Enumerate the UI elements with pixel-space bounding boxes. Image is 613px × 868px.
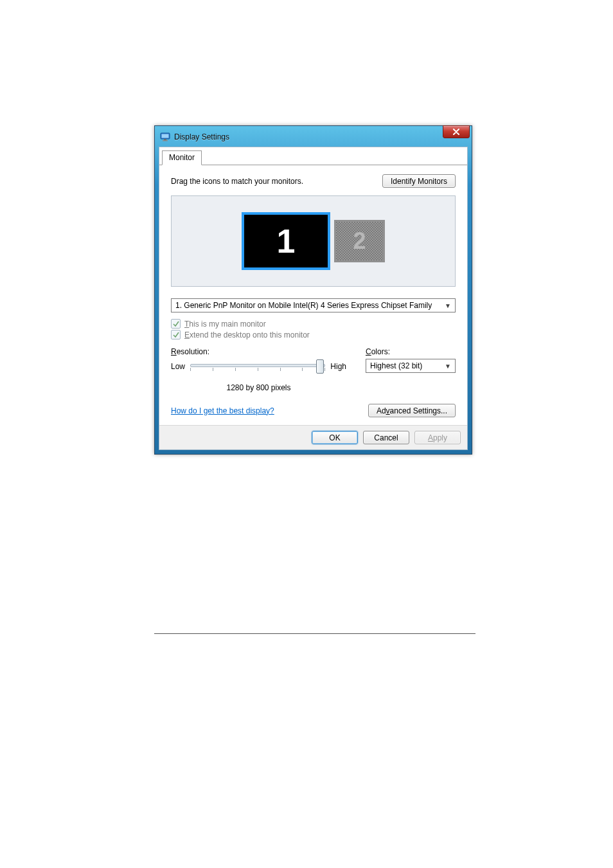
tabstrip: Monitor — [159, 147, 467, 165]
monitor-select-value: 1. Generic PnP Monitor on Mobile Intel(R… — [175, 301, 432, 310]
extend-desktop-checkbox: Extend the desktop onto this monitor — [171, 330, 456, 339]
identify-monitors-button[interactable]: Identify Monitors — [382, 174, 456, 188]
cancel-button[interactable]: Cancel — [363, 431, 409, 444]
checkbox-label: This is my main monitor — [184, 320, 266, 329]
chevron-down-icon: ▼ — [443, 363, 452, 370]
client-area: Monitor Drag the icons to match your mon… — [159, 147, 468, 450]
ok-button[interactable]: OK — [312, 431, 358, 444]
colors-label: Colors: — [366, 347, 456, 356]
main-monitor-checkbox: This is my main monitor — [171, 319, 456, 329]
resolution-value: 1280 by 800 pixels — [171, 383, 346, 392]
slider-high-label: High — [330, 362, 346, 371]
dialog-button-bar: OK Cancel Apply — [159, 425, 467, 449]
monitor-icon-2[interactable]: 2 — [334, 220, 385, 262]
monitor-icon-1[interactable]: 1 — [242, 212, 330, 270]
tab-monitor[interactable]: Monitor — [162, 150, 202, 165]
monitor-arrangement-area[interactable]: 1 2 — [171, 195, 456, 287]
checkbox-box — [171, 330, 181, 339]
chevron-down-icon: ▼ — [443, 302, 452, 309]
colors-dropdown[interactable]: Highest (32 bit) ▼ — [366, 359, 456, 373]
display-settings-window: Display Settings Monitor Drag the icons … — [154, 125, 472, 455]
tab-panel: Drag the icons to match your monitors. I… — [159, 165, 467, 425]
titlebar: Display Settings — [159, 130, 468, 147]
svg-rect-3 — [163, 140, 168, 141]
resolution-label: Resolution: — [171, 347, 346, 356]
page-divider — [154, 633, 475, 634]
help-link[interactable]: How do I get the best display? — [171, 406, 274, 415]
tab-label: Monitor — [169, 153, 195, 162]
checkbox-label: Extend the desktop onto this monitor — [184, 330, 310, 339]
apply-button: Apply — [414, 431, 461, 444]
monitor-select-dropdown[interactable]: 1. Generic PnP Monitor on Mobile Intel(R… — [171, 298, 456, 312]
app-icon — [160, 132, 170, 142]
close-button[interactable] — [443, 125, 470, 138]
advanced-settings-button[interactable]: Advanced Settings... — [368, 404, 456, 417]
slider-thumb[interactable] — [316, 359, 324, 374]
checkbox-box — [171, 319, 181, 329]
monitor-number: 1 — [277, 222, 296, 260]
window-title: Display Settings — [174, 132, 229, 141]
colors-value: Highest (32 bit) — [370, 361, 422, 370]
slider-low-label: Low — [171, 362, 185, 371]
drag-instructions: Drag the icons to match your monitors. — [171, 177, 303, 186]
svg-rect-2 — [164, 139, 166, 140]
monitor-number: 2 — [353, 228, 366, 255]
resolution-slider[interactable] — [190, 359, 325, 374]
svg-rect-1 — [162, 134, 169, 138]
